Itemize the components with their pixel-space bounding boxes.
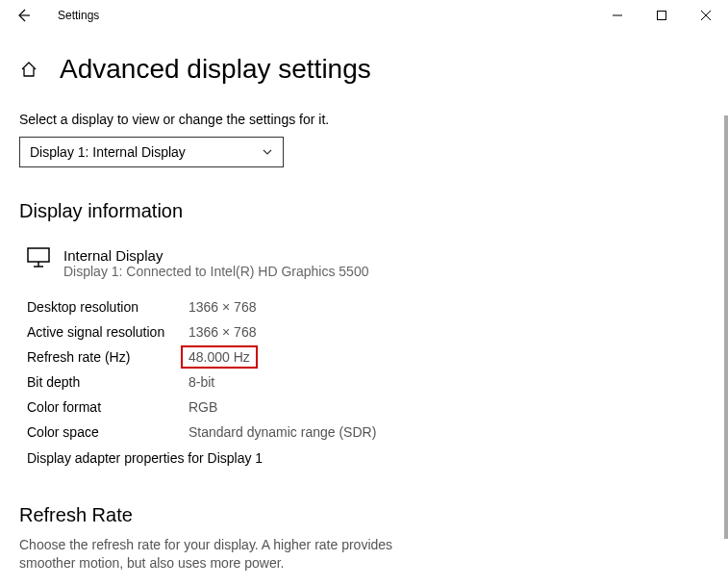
highlighted-value-box: 48.000 Hz [181,345,258,369]
prop-label: Refresh rate (Hz) [27,349,188,365]
minimize-button[interactable] [595,0,640,31]
prop-value: RGB [188,399,217,415]
display-select-dropdown[interactable]: Display 1: Internal Display [19,137,284,167]
prop-label: Color format [27,399,188,415]
prop-label: Bit depth [27,374,188,390]
monitor-icon [27,247,54,268]
close-button[interactable] [684,0,728,31]
prop-row-refresh-rate: Refresh rate (Hz) 48.000 Hz [27,344,709,369]
prop-label: Desktop resolution [27,299,188,315]
maximize-button[interactable] [640,0,684,31]
svg-rect-4 [28,248,49,262]
adapter-properties-link[interactable]: Display adapter properties for Display 1 [27,450,263,466]
dropdown-selected: Display 1: Internal Display [30,144,186,160]
back-button[interactable] [15,8,38,23]
home-icon[interactable] [19,61,38,78]
prop-label: Active signal resolution [27,324,188,340]
display-information-heading: Display information [19,200,709,222]
prop-row-desktop-resolution: Desktop resolution 1366 × 768 [27,294,709,319]
prop-value: Standard dynamic range (SDR) [188,424,376,440]
prop-value: 48.000 Hz [188,349,250,365]
refresh-rate-description: Choose the refresh rate for your display… [19,536,404,573]
scrollbar[interactable] [724,115,728,539]
page-title: Advanced display settings [60,54,371,85]
prop-value: 1366 × 768 [188,299,256,315]
refresh-rate-heading: Refresh Rate [19,504,709,526]
window-title: Settings [58,9,99,22]
prop-label: Color space [27,424,188,440]
prop-row-bit-depth: Bit depth 8-bit [27,369,709,395]
instruction-text: Select a display to view or change the s… [19,112,709,127]
svg-rect-1 [658,12,666,20]
monitor-connection-info: Display 1: Connected to Intel(R) HD Grap… [63,264,368,279]
prop-value: 8-bit [188,374,214,390]
prop-value: 1366 × 768 [188,324,256,340]
prop-row-color-format: Color format RGB [27,395,709,420]
chevron-down-icon [262,146,273,158]
monitor-name: Internal Display [63,247,368,264]
prop-row-active-signal-resolution: Active signal resolution 1366 × 768 [27,319,709,344]
prop-row-color-space: Color space Standard dynamic range (SDR) [27,420,709,445]
